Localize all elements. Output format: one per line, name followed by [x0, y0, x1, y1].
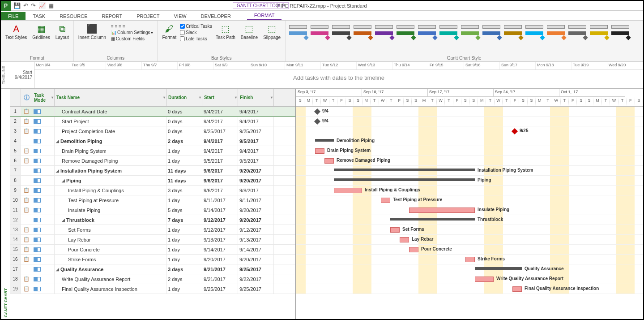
tab-file[interactable]: FILE	[1, 12, 26, 20]
task-bar[interactable]	[334, 188, 362, 193]
slack-checkbox[interactable]: Slack	[180, 30, 212, 35]
gridlines-button[interactable]: ▦Gridlines	[30, 22, 51, 41]
gantt-style-swatch[interactable]	[482, 22, 501, 39]
summary-bar[interactable]	[390, 218, 475, 221]
gantt-style-swatch[interactable]	[546, 22, 566, 39]
gantt-bar-label: Pour Concrete	[421, 246, 452, 251]
tab-project[interactable]: PROJECT	[129, 12, 166, 20]
slippage-button[interactable]: ⬚Slippage	[261, 22, 282, 41]
calendar-icon[interactable]: ▦	[48, 2, 54, 9]
tab-resource[interactable]: RESOURCE	[52, 12, 94, 20]
summary-bar[interactable]	[334, 169, 475, 171]
header-start[interactable]: Start▾	[202, 89, 238, 106]
task-bar[interactable]	[475, 277, 494, 282]
layout-button[interactable]: ⧉Layout	[54, 22, 71, 41]
table-row[interactable]: 1 📋 Contract Award Date 0 days 9/4/2017 …	[10, 107, 295, 117]
summary-bar[interactable]	[315, 139, 334, 142]
gantt-style-swatch[interactable]	[331, 22, 351, 39]
table-row[interactable]: 2 📋 Start Project 0 days 9/4/2017 9/4/20…	[10, 117, 295, 126]
tab-view[interactable]: VIEW	[166, 12, 193, 20]
gantt-style-swatch[interactable]	[567, 22, 587, 39]
critical-tasks-checkbox[interactable]: Critical Tasks	[180, 23, 212, 29]
table-row[interactable]: 19 📋 Final Quality Assurance Inspection …	[10, 284, 295, 294]
table-row[interactable]: 3 📋 Project Completion Date 0 days 9/25/…	[10, 126, 295, 136]
gantt-style-swatch[interactable]	[503, 22, 523, 39]
text-styles-button[interactable]: AText Styles	[4, 22, 29, 41]
gantt-style-swatch[interactable]	[417, 22, 437, 39]
table-row[interactable]: 8 ◢Piping 11 days 9/6/2017 9/20/2017	[10, 176, 295, 186]
header-finish[interactable]: Finish▾	[238, 89, 274, 106]
undo-icon[interactable]: ↶	[23, 2, 28, 9]
gantt-day-header: F	[569, 97, 577, 106]
gantt-style-swatch[interactable]	[396, 22, 415, 39]
timeline-body[interactable]: Mon 9/4Tue 9/5Wed 9/6Thu 9/7Fri 9/8Sat 9…	[34, 62, 643, 88]
timeline-date: Wed 9/20	[607, 62, 643, 69]
taskmode-icon	[34, 247, 41, 252]
task-bar[interactable]	[409, 247, 418, 252]
task-bar[interactable]	[465, 257, 475, 262]
column-settings-button[interactable]: 📊 Column Settings ▾	[110, 30, 154, 35]
task-bar[interactable]	[381, 198, 390, 203]
tab-format[interactable]: FORMAT	[247, 11, 282, 20]
gantt-style-swatch[interactable]	[460, 22, 480, 39]
tab-report[interactable]: REPORT	[95, 12, 130, 20]
custom-fields-button[interactable]: ▦ Custom Fields	[110, 36, 154, 42]
gantt-style-swatch[interactable]	[353, 22, 372, 39]
table-row[interactable]: 4 ◢Demolition Piping 2 days 9/4/2017 9/5…	[10, 136, 295, 146]
gantt-chart-area[interactable]: Sep 3, '17Sep 10, '17Sep 17, '17Sep 24, …	[296, 89, 643, 319]
table-row[interactable]: 14 📋 Lay Rebar 1 day 9/13/2017 9/13/2017	[10, 235, 295, 245]
header-rownum[interactable]	[10, 89, 21, 106]
save-icon[interactable]: 💾	[13, 2, 21, 9]
timeline-date: Tue 9/19	[571, 62, 607, 69]
table-row[interactable]: 16 📋 Strike Forms 1 day 9/20/2017 9/20/2…	[10, 255, 295, 264]
align-left-button[interactable]: ≡ ≡ ≡ ≡	[110, 23, 154, 29]
summary-bar[interactable]	[334, 178, 475, 181]
table-row[interactable]: 15 📋 Pour Concrete 1 day 9/14/2017 9/14/…	[10, 245, 295, 255]
note-icon: 📋	[23, 108, 30, 114]
gantt-day-header: W	[610, 97, 618, 106]
gantt-style-swatch[interactable]	[439, 22, 458, 39]
timeline-date: Sat 9/9	[213, 62, 249, 69]
table-header: ⓘ Task Mode▾ Task Name▾ Duration▾ Start▾…	[10, 89, 295, 107]
format-bars-button[interactable]: 🖌Format	[160, 22, 178, 41]
gantt-chart-label: GANTT CHART	[1, 89, 10, 319]
task-bar[interactable]	[400, 237, 409, 242]
task-bar[interactable]	[315, 148, 324, 154]
activity-icon[interactable]: 📈	[38, 2, 46, 9]
gantt-day-header: S	[412, 97, 420, 106]
gantt-style-swatch[interactable]	[374, 22, 394, 39]
table-row[interactable]: 6 📋 Remove Damaged Piping 1 day 9/5/2017…	[10, 156, 295, 166]
task-bar[interactable]	[390, 227, 400, 233]
table-row[interactable]: 9 📋 Install Piping & Couplings 3 days 9/…	[10, 186, 295, 195]
table-row[interactable]: 10 📋 Test Piping at Pressure 1 day 9/11/…	[10, 195, 295, 205]
baseline-button[interactable]: ⬚Baseline	[239, 22, 260, 41]
insert-column-button[interactable]: ⬛Insert Column	[77, 22, 108, 41]
header-taskname[interactable]: Task Name▾	[55, 89, 166, 106]
task-bar[interactable]	[512, 286, 522, 292]
summary-bar[interactable]	[475, 267, 522, 270]
table-row[interactable]: 12 ◢Thrustblock 7 days 9/12/2017 9/20/20…	[10, 215, 295, 225]
task-path-button[interactable]: ⬚Task Path	[214, 22, 237, 41]
tab-task[interactable]: TASK	[26, 12, 52, 20]
gantt-style-swatch[interactable]	[525, 22, 544, 39]
table-row[interactable]: 17 ◢Quality Assurance 3 days 9/21/2017 9…	[10, 264, 295, 274]
tab-developer[interactable]: DEVELOPER	[194, 12, 238, 20]
gantt-style-swatch[interactable]	[288, 22, 308, 39]
gantt-style-swatch[interactable]	[310, 22, 329, 39]
header-duration[interactable]: Duration▾	[166, 89, 202, 106]
table-row[interactable]: 5 📋 Drain Piping System 1 day 9/4/2017 9…	[10, 146, 295, 156]
header-taskmode[interactable]: Task Mode▾	[32, 89, 55, 106]
task-bar[interactable]	[409, 208, 475, 213]
table-row[interactable]: 7 ◢Installation Piping System 11 days 9/…	[10, 166, 295, 176]
header-info[interactable]: ⓘ	[21, 89, 32, 106]
gantt-style-swatch[interactable]	[589, 22, 609, 39]
table-row[interactable]: 18 📋 Write Quality Assurance Report 2 da…	[10, 274, 295, 284]
table-row[interactable]: 11 📋 Insulate Piping 5 days 9/14/2017 9/…	[10, 205, 295, 215]
gantt-style-swatch[interactable]	[610, 22, 630, 39]
timeline-start: Start 9/4/2017	[8, 62, 34, 88]
late-tasks-checkbox[interactable]: Late Tasks	[180, 36, 212, 42]
redo-icon[interactable]: ↷	[31, 2, 36, 9]
gantt-bar-label: Strike Forms	[478, 256, 505, 261]
table-row[interactable]: 13 📋 Set Forms 1 day 9/12/2017 9/12/2017	[10, 225, 295, 235]
task-bar[interactable]	[324, 158, 334, 164]
